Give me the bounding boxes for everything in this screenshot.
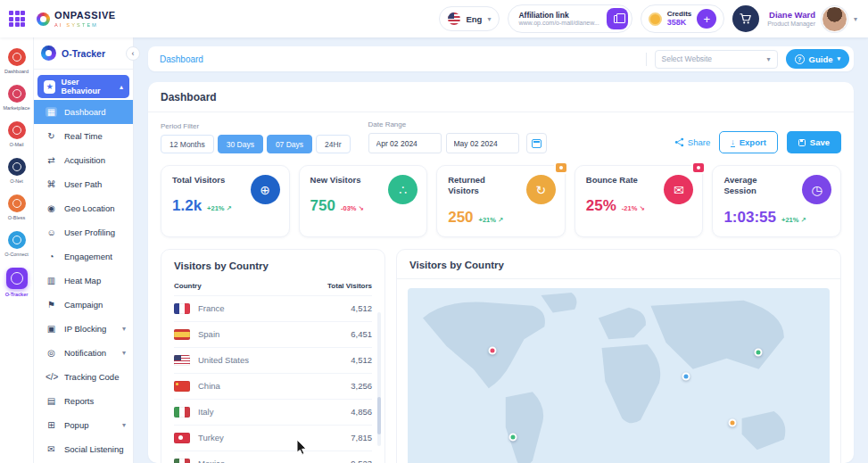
language-selector[interactable]: Eng ▾ bbox=[439, 6, 500, 31]
column-country: Country bbox=[174, 282, 202, 290]
date-to-input[interactable] bbox=[446, 133, 519, 153]
country-row-it[interactable]: Italy 4,856 bbox=[174, 399, 372, 425]
sidebar-item-notification[interactable]: ◎ Notification ▾ bbox=[34, 341, 133, 365]
cart-button[interactable] bbox=[732, 5, 759, 32]
country-row-tr[interactable]: Turkey 7,815 bbox=[174, 425, 372, 451]
sidebar-item-engagement[interactable]: ◔ Engagement bbox=[34, 244, 133, 269]
chevron-up-icon: ▴ bbox=[120, 83, 123, 91]
stat-label: Bounce Rate bbox=[586, 175, 652, 186]
period-button-24hr[interactable]: 24Hr bbox=[316, 135, 350, 153]
user-path-icon: ⌘ bbox=[45, 179, 57, 189]
share-button[interactable]: Share bbox=[674, 137, 710, 147]
apps-grid-icon[interactable] bbox=[9, 11, 25, 27]
country-name: Turkey bbox=[198, 433, 224, 442]
sidebar-item-popup[interactable]: ⊞ Popup ▾ bbox=[34, 413, 133, 437]
app-item-o-mail[interactable]: O-Mail bbox=[0, 116, 33, 153]
credits-value: 358K bbox=[667, 18, 692, 28]
app-item-o-bless[interactable]: O-Bless bbox=[0, 189, 33, 226]
country-visitors: 4,512 bbox=[351, 303, 372, 313]
stat-delta: +21% ↗ bbox=[207, 204, 232, 212]
sidebar-item-campaign[interactable]: ⚑ Campaign bbox=[34, 293, 133, 317]
country-visitors: 3,256 bbox=[351, 381, 372, 391]
sidebar-item-ip-blocking[interactable]: ▣ IP Blocking ▾ bbox=[34, 317, 133, 341]
heatmap-icon: ▥ bbox=[45, 276, 57, 285]
sidebar-item-user-path[interactable]: ⌘ User Path bbox=[34, 172, 133, 196]
sidebar-item-dashboard[interactable]: ▦ Dashboard bbox=[34, 100, 133, 124]
divider bbox=[646, 53, 647, 66]
country-visitors: 4,512 bbox=[351, 355, 372, 365]
marketplace-app-icon bbox=[8, 85, 26, 103]
country-row-us[interactable]: United States 4,512 bbox=[174, 347, 372, 373]
bell-icon: ◎ bbox=[45, 348, 57, 358]
campaign-flag-icon: ⚑ bbox=[45, 300, 57, 310]
sidebar-item-user-profiling[interactable]: ☺ User Profiling bbox=[34, 220, 133, 244]
country-row-fr[interactable]: France 4,512 bbox=[174, 295, 372, 321]
chevron-down-icon: ▾ bbox=[767, 55, 771, 63]
map-marker[interactable] bbox=[488, 347, 496, 355]
sidebar-item-social-listening[interactable]: ✉ Social Listening bbox=[34, 437, 133, 461]
question-icon: ? bbox=[795, 54, 805, 64]
map-marker[interactable] bbox=[754, 349, 762, 357]
sidebar-item-reports[interactable]: ▤ Reports bbox=[34, 389, 133, 413]
chevron-down-icon: ▾ bbox=[837, 55, 840, 62]
map-marker[interactable] bbox=[509, 434, 517, 442]
calendar-button[interactable] bbox=[526, 133, 547, 153]
country-name: China bbox=[198, 381, 220, 391]
sidebar-item-tracking-code[interactable]: </> Tracking Code bbox=[34, 365, 133, 389]
country-row-es[interactable]: Spain 6,451 bbox=[174, 321, 372, 347]
clock-icon: ◷ bbox=[802, 175, 831, 204]
shield-icon: ▣ bbox=[45, 324, 57, 334]
app-item-marketplace[interactable]: Marketplace bbox=[0, 79, 33, 116]
period-button-30-days[interactable]: 30 Days bbox=[218, 135, 263, 153]
export-button[interactable]: ↓ Export bbox=[719, 131, 778, 153]
stat-value: 1.2k bbox=[172, 197, 202, 215]
user-menu[interactable]: Diane Ward Product Manager ▾ bbox=[767, 6, 857, 32]
scrollbar-track bbox=[377, 312, 381, 446]
guide-button[interactable]: ? Guide ▾ bbox=[786, 49, 849, 69]
scrollbar-thumb[interactable] bbox=[377, 397, 381, 434]
logo-subtext: AI SYSTEM bbox=[54, 22, 116, 28]
popup-icon: ⊞ bbox=[45, 420, 57, 430]
world-map bbox=[408, 288, 830, 463]
sidebar-item-heat-map[interactable]: ▥ Heat Map bbox=[34, 269, 133, 293]
map-marker[interactable] bbox=[729, 418, 737, 426]
sidebar-item-geo-location[interactable]: ◉ Geo Location bbox=[34, 196, 133, 220]
stat-label: New Visitors bbox=[310, 175, 376, 186]
stat-card-returned-visitors: Returned Visitors ↻ 250 +21% ↗ bbox=[436, 165, 566, 237]
sidebar-item-acquisition[interactable]: ⇄ Acquisition bbox=[34, 148, 133, 172]
stat-delta: -03% ↘ bbox=[341, 204, 364, 212]
stat-label: Returned Visitors bbox=[448, 175, 514, 197]
country-flag-icon bbox=[174, 329, 190, 340]
country-flag-icon bbox=[174, 381, 190, 392]
user-profile-icon: ☺ bbox=[45, 227, 57, 237]
website-select[interactable]: Select Website ▾ bbox=[655, 50, 778, 69]
sidebar-parent-label: User Behaviour bbox=[61, 78, 114, 95]
app-item-o-tracker[interactable]: O-Tracker bbox=[0, 262, 33, 302]
app-item-dashboard[interactable]: Dashboard bbox=[0, 43, 33, 79]
sidebar-collapse-button[interactable]: ‹ bbox=[126, 46, 140, 61]
breadcrumb[interactable]: Dashboard bbox=[160, 54, 203, 64]
copy-link-button[interactable] bbox=[607, 8, 628, 29]
map-marker[interactable] bbox=[682, 373, 690, 381]
logo-text: ONPASSIVE bbox=[54, 11, 116, 21]
period-filter-label: Period Filter bbox=[161, 122, 351, 130]
sidebar-header: O-Tracker ‹ bbox=[34, 37, 133, 70]
app-item-o-connect[interactable]: O-Connect bbox=[0, 226, 33, 262]
date-from-input[interactable] bbox=[368, 133, 442, 153]
country-row-mx[interactable]: Mexico 9,523 bbox=[174, 451, 372, 463]
add-credits-button[interactable]: + bbox=[697, 9, 716, 29]
save-button[interactable]: Save bbox=[787, 131, 841, 153]
engagement-icon: ◔ bbox=[45, 252, 57, 261]
report-icon: ▤ bbox=[45, 396, 57, 406]
sidebar-item-user-behaviour[interactable]: ★ User Behaviour ▴ bbox=[37, 75, 129, 98]
sidebar-item-real-time[interactable]: ↻ Real Time bbox=[34, 124, 133, 148]
grid-icon: ▦ bbox=[45, 107, 57, 117]
period-button-12-months[interactable]: 12 Months bbox=[161, 135, 214, 153]
stat-label: Average Session bbox=[723, 175, 789, 197]
app-item-o-net[interactable]: O-Net bbox=[0, 153, 33, 189]
period-button-07-days[interactable]: 07 Days bbox=[267, 135, 312, 153]
stat-value: 1:03:55 bbox=[723, 209, 776, 227]
copy-icon bbox=[614, 15, 621, 23]
country-row-cn[interactable]: China 3,256 bbox=[174, 373, 372, 399]
stats-row: Total Visitors ⊕ 1.2k +21% ↗ New Visitor… bbox=[148, 163, 854, 249]
